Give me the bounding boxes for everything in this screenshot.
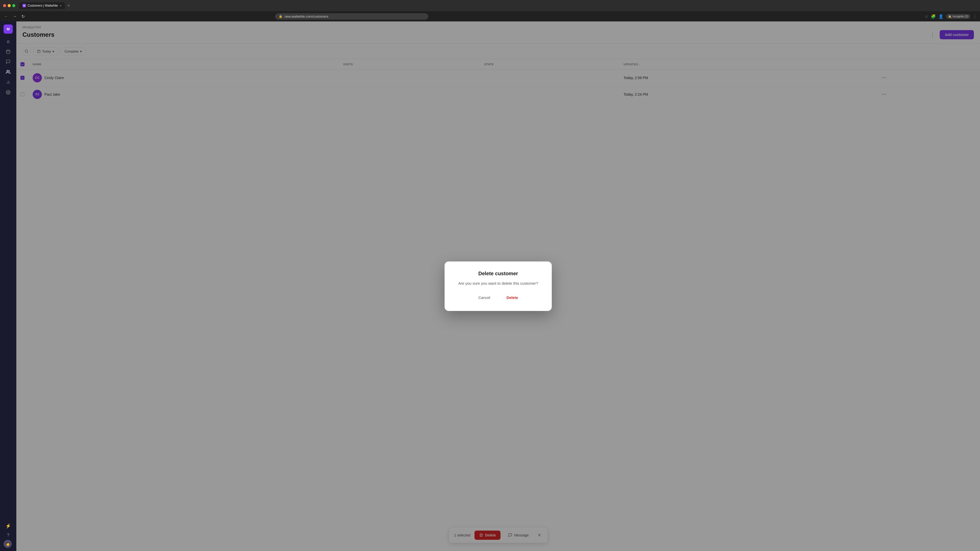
sidebar-bottom: ⚡ ? 🧑 bbox=[3, 521, 13, 548]
sidebar-item-settings[interactable] bbox=[3, 88, 13, 97]
sidebar-item-calendar[interactable] bbox=[3, 47, 13, 56]
profile-icon[interactable]: 👤 bbox=[939, 14, 943, 19]
delete-customer-modal: Delete customer Are you sure you want to… bbox=[445, 262, 552, 311]
svg-point-4 bbox=[7, 70, 8, 72]
modal-cancel-button[interactable]: Cancel bbox=[474, 293, 494, 302]
address-bar[interactable]: 🔒 new.waitwhile.com/customers bbox=[275, 13, 428, 20]
svg-rect-0 bbox=[6, 50, 10, 54]
incognito-badge: 🕵 Incognito (2) bbox=[946, 14, 970, 19]
toolbar-actions: ☆ 🧩 👤 🕵 Incognito (2) ⋮ bbox=[924, 14, 977, 19]
browser-chrome: M Customers | Waitwhile ✕ + bbox=[0, 0, 980, 11]
new-tab-button[interactable]: + bbox=[66, 3, 72, 8]
main-content: Moodjoy7434 Customers ⋮ Add customer bbox=[16, 21, 980, 551]
window-minimize-button[interactable] bbox=[8, 4, 11, 7]
app-container: M ⌂ ⚡ ? bbox=[0, 21, 980, 551]
modal-delete-button[interactable]: Delete bbox=[503, 293, 522, 302]
browser-toolbar: ← → ↻ 🔒 new.waitwhile.com/customers ☆ 🧩 … bbox=[0, 11, 980, 21]
sidebar-item-chat[interactable] bbox=[3, 57, 13, 66]
sidebar-user-avatar[interactable]: 🧑 bbox=[3, 540, 12, 548]
window-maximize-button[interactable] bbox=[12, 4, 15, 7]
modal-message: Are you sure you want to delete this cus… bbox=[455, 281, 542, 286]
window-close-button[interactable] bbox=[3, 4, 6, 7]
sidebar-item-home[interactable]: ⌂ bbox=[3, 37, 13, 46]
tab-title: Customers | Waitwhile bbox=[27, 4, 58, 7]
svg-point-8 bbox=[8, 92, 9, 93]
tab-favicon: M bbox=[22, 4, 26, 7]
bookmark-icon[interactable]: ☆ bbox=[924, 14, 928, 19]
modal-title: Delete customer bbox=[455, 271, 542, 276]
reload-button[interactable]: ↻ bbox=[21, 13, 26, 20]
browser-tabs: M Customers | Waitwhile ✕ + bbox=[19, 2, 977, 9]
back-button[interactable]: ← bbox=[3, 13, 9, 20]
url-text: new.waitwhile.com/customers bbox=[285, 14, 328, 18]
menu-icon[interactable]: ⋮ bbox=[973, 14, 977, 19]
forward-button[interactable]: → bbox=[12, 13, 18, 20]
sidebar: M ⌂ ⚡ ? bbox=[0, 21, 16, 551]
sidebar-item-help[interactable]: ? bbox=[3, 530, 13, 540]
lock-icon: 🔒 bbox=[279, 14, 283, 18]
modal-actions: Cancel Delete bbox=[455, 293, 542, 302]
browser-traffic bbox=[3, 4, 15, 7]
sidebar-logo[interactable]: M bbox=[3, 24, 13, 34]
modal-overlay[interactable]: Delete customer Are you sure you want to… bbox=[16, 21, 980, 551]
sidebar-item-lightning[interactable]: ⚡ bbox=[3, 521, 13, 530]
sidebar-item-customers[interactable] bbox=[3, 67, 13, 76]
extensions-icon[interactable]: 🧩 bbox=[931, 14, 936, 19]
sidebar-item-analytics[interactable] bbox=[3, 78, 13, 87]
browser-tab-active[interactable]: M Customers | Waitwhile ✕ bbox=[19, 2, 65, 9]
tab-close-button[interactable]: ✕ bbox=[59, 4, 62, 7]
